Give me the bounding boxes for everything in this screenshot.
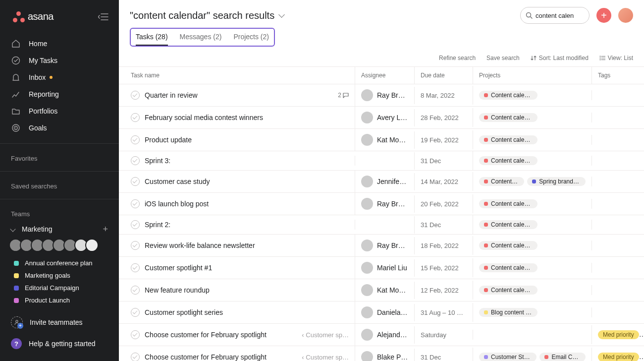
project-pill[interactable]: Customer Sto… xyxy=(479,353,537,361)
nav-item-reporting[interactable]: Reporting xyxy=(0,86,119,103)
nav-label: My Tasks xyxy=(29,57,57,64)
nav-item-home[interactable]: Home xyxy=(0,35,119,52)
invite-teammates-button[interactable]: + Invite teammates xyxy=(0,311,119,333)
complete-toggle[interactable] xyxy=(131,220,140,229)
table-row[interactable]: iOS launch blog postRay Brooks20 Feb, 20… xyxy=(119,193,644,215)
table-row[interactable]: Sprint 3:31 DecContent calendar xyxy=(119,151,644,171)
project-pill[interactable]: Content … xyxy=(479,177,524,186)
tag-pill[interactable]: Med priority xyxy=(598,330,639,339)
col-assignee[interactable]: Assignee xyxy=(355,67,414,84)
team-name: Marketing xyxy=(22,225,52,233)
project-color-dot xyxy=(484,180,488,183)
logo[interactable]: asana xyxy=(13,11,54,22)
project-color-dot xyxy=(484,288,488,292)
table-row[interactable]: Customer spotlight seriesDaniela Var…31 … xyxy=(119,301,644,324)
nav-item-goals[interactable]: Goals xyxy=(0,120,119,136)
table-row[interactable]: Product updateKat Mooney19 Feb, 2022Cont… xyxy=(119,129,644,151)
project-color-dot xyxy=(484,223,488,227)
project-pill-label: Content calendar xyxy=(491,200,533,207)
refine-search-button[interactable]: Refine search xyxy=(439,55,476,61)
save-search-button[interactable]: Save search xyxy=(486,55,520,61)
project-pill[interactable]: Content calendar xyxy=(479,241,537,250)
project-color-dot xyxy=(532,180,536,183)
nav-item-inbox[interactable]: Inbox xyxy=(0,69,119,86)
project-pill[interactable]: Email Ca… xyxy=(539,353,586,361)
table-row[interactable]: Review work-life balance newsletterRay B… xyxy=(119,235,644,257)
tab[interactable]: Tasks (28) xyxy=(136,31,168,46)
complete-toggle[interactable] xyxy=(131,241,140,250)
create-button[interactable]: + xyxy=(596,8,611,23)
nav-item-my-tasks[interactable]: My Tasks xyxy=(0,52,119,69)
tag-pill[interactable]: Med priority xyxy=(598,353,639,361)
complete-toggle[interactable] xyxy=(131,330,140,339)
complete-toggle[interactable] xyxy=(131,286,140,295)
add-project-button[interactable]: + xyxy=(103,225,108,234)
complete-toggle[interactable] xyxy=(131,91,140,100)
project-pill-label: Content calendar xyxy=(491,136,533,143)
assignee-avatar xyxy=(361,176,373,187)
project-item[interactable]: Annual conference plan xyxy=(0,257,119,269)
project-item[interactable]: Product Launch xyxy=(0,294,119,306)
comment-count[interactable]: 2 xyxy=(338,92,349,99)
project-pill[interactable]: Blog content calendar xyxy=(479,308,537,317)
complete-toggle[interactable] xyxy=(131,135,140,144)
complete-toggle[interactable] xyxy=(131,308,140,317)
search-input[interactable] xyxy=(536,12,584,19)
project-color-dot xyxy=(14,261,19,266)
complete-toggle[interactable] xyxy=(131,199,140,208)
task-name: Customer spotlight #1 xyxy=(145,264,349,272)
table-row[interactable]: Customer spotlight #1Mariel Liu15 Feb, 2… xyxy=(119,257,644,279)
col-task[interactable]: Task name xyxy=(119,67,355,84)
search-input-wrapper[interactable] xyxy=(520,7,590,24)
project-item[interactable]: Marketing goals xyxy=(0,269,119,282)
assignee-name: Ray Brooks xyxy=(377,91,408,99)
team-avatars xyxy=(0,237,119,257)
project-pill[interactable]: Content calendar xyxy=(479,156,537,165)
logo-icon xyxy=(13,11,25,22)
project-color-dot xyxy=(14,298,19,303)
table-row[interactable]: February social media contest winnersAve… xyxy=(119,107,644,129)
project-pill[interactable]: Content calendar xyxy=(479,220,537,229)
due-date: 18 Feb, 2022 xyxy=(414,237,473,254)
project-item[interactable]: Editorial Campaign xyxy=(0,282,119,294)
project-pill[interactable]: Content calendar xyxy=(479,199,537,208)
due-date: 31 Dec xyxy=(414,349,473,361)
help-button[interactable]: ? Help & getting started xyxy=(0,333,119,354)
list-icon xyxy=(599,56,605,60)
project-pill-label: Spring brand … xyxy=(539,178,581,185)
project-pill[interactable]: Content calendar xyxy=(479,91,537,100)
project-color-dot xyxy=(484,159,488,163)
nav-label: Inbox xyxy=(29,73,46,81)
nav-item-portfolios[interactable]: Portfolios xyxy=(0,103,119,120)
project-pill[interactable]: Spring brand … xyxy=(527,177,586,186)
col-projects[interactable]: Projects xyxy=(473,67,591,84)
table-row[interactable]: Sprint 2:31 DecContent calendar xyxy=(119,215,644,235)
team-header-marketing[interactable]: Marketing + xyxy=(0,222,119,237)
table-row[interactable]: New feature roundupKat Mooney12 Feb, 202… xyxy=(119,279,644,301)
project-pill[interactable]: Content calendar xyxy=(479,286,537,295)
project-pill[interactable]: Content calendar xyxy=(479,263,537,272)
col-due[interactable]: Due date xyxy=(414,67,473,84)
complete-toggle[interactable] xyxy=(131,353,140,361)
search-icon xyxy=(526,12,533,19)
sort-button[interactable]: Sort: Last modified xyxy=(531,55,589,61)
complete-toggle[interactable] xyxy=(131,177,140,186)
tab[interactable]: Projects (2) xyxy=(233,31,269,46)
view-button[interactable]: View: List xyxy=(599,55,633,61)
complete-toggle[interactable] xyxy=(131,113,140,122)
table-row[interactable]: Choose customer for February spotlight‹ … xyxy=(119,346,644,361)
table-row[interactable]: Quarter in review2 Ray Brooks8 Mar, 2022… xyxy=(119,84,644,107)
page-title-dropdown[interactable]: "content calendar" search results xyxy=(130,10,284,21)
project-pill[interactable]: Content calendar xyxy=(479,113,537,122)
current-user-avatar[interactable] xyxy=(618,8,633,23)
table-row[interactable]: Customer case studyJennifer Lu14 Mar, 20… xyxy=(119,171,644,193)
project-color-dot xyxy=(484,310,488,314)
svg-point-7 xyxy=(599,58,600,59)
col-tags[interactable]: Tags xyxy=(591,67,644,84)
table-row[interactable]: Choose customer for February spotlight‹ … xyxy=(119,324,644,346)
tab[interactable]: Messages (2) xyxy=(180,31,222,46)
collapse-sidebar-button[interactable] xyxy=(98,13,109,21)
project-pill[interactable]: Content calendar xyxy=(479,135,537,144)
complete-toggle[interactable] xyxy=(131,263,140,272)
complete-toggle[interactable] xyxy=(131,156,140,165)
